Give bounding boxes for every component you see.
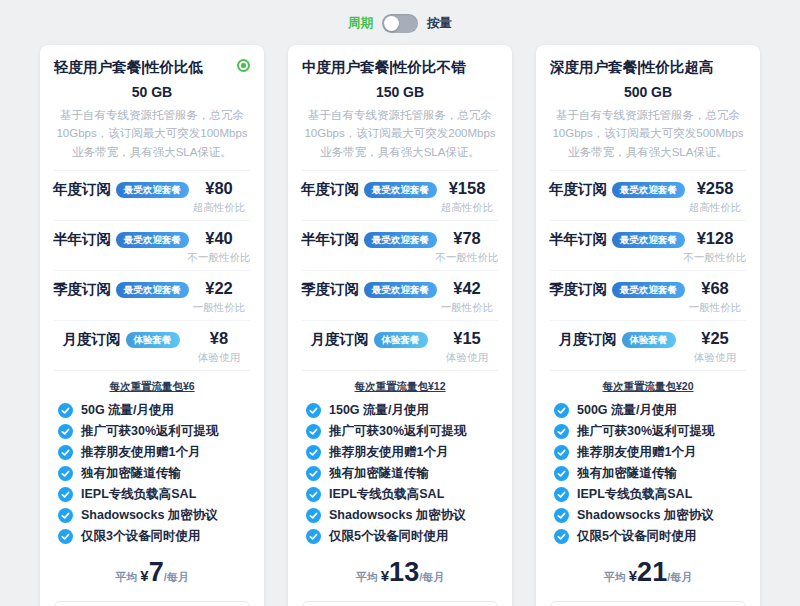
feature-text: 推广可获30%返利可提现 [577,423,715,440]
per-month-label: /每月 [419,571,444,583]
plan-right: ¥25 体验使用 [684,328,746,364]
card-header: 轻度用户套餐|性价比低 [54,58,250,77]
feature-text: 500G 流量/月使用 [577,402,677,419]
plan-main: 年度订阅 最受欢迎套餐 ¥258 超高性价比 [550,178,746,214]
reset-pack-link[interactable]: 每次重置流量包¥12 [302,380,498,394]
feature-item: 独有加密隧道传输 [306,463,498,484]
plan-left: 月度订阅 体验套餐 [550,328,684,349]
plan-row[interactable]: 月度订阅 体验套餐 ¥15 体验使用 [302,321,498,371]
plan-label: 半年订阅 [53,230,111,249]
average-prefix-label: 平均 [604,571,626,583]
reset-pack-link[interactable]: 每次重置流量包¥20 [550,380,746,394]
per-month-label: /每月 [164,571,189,583]
plan-right: ¥68 一般性价比 [684,278,746,314]
reset-pack-link[interactable]: 每次重置流量包¥6 [54,380,250,394]
feature-text: IEPL专线负载高SAL [577,486,692,503]
buy-button[interactable]: 购买 [54,601,250,606]
feature-text: 仅限3个设备同时使用 [81,528,200,545]
feature-item: IEPL专线负载高SAL [554,484,746,505]
feature-item: 150G 流量/月使用 [306,400,498,421]
plan-badge: 最受欢迎套餐 [364,232,437,248]
plan-main: 年度订阅 最受欢迎套餐 ¥80 超高性价比 [54,178,250,214]
plan-note: 超高性价比 [689,201,742,214]
card-header: 深度用户套餐|性价比超高 [550,58,746,77]
plan-badge: 最受欢迎套餐 [116,282,189,298]
plan-badge: 最受欢迎套餐 [116,232,189,248]
plan-left: 季度订阅 最受欢迎套餐 [550,278,684,299]
feature-item: 独有加密隧道传输 [58,463,250,484]
average-prefix-label: 平均 [115,571,137,583]
plan-left: 半年订阅 最受欢迎套餐 [550,228,684,249]
feature-item: 500G 流量/月使用 [554,400,746,421]
feature-item: IEPL专线负载高SAL [58,484,250,505]
plan-badge: 体验套餐 [622,332,676,348]
feature-text: 仅限5个设备同时使用 [329,528,448,545]
plan-note: 不一般性价比 [684,251,747,264]
plan-badge: 最受欢迎套餐 [612,182,685,198]
feature-text: 推广可获30%返利可提现 [81,423,219,440]
feature-text: 150G 流量/月使用 [329,402,429,419]
plan-note: 不一般性价比 [188,251,251,264]
plan-row[interactable]: 年度订阅 最受欢迎套餐 ¥80 超高性价比 [54,171,250,221]
check-circle-icon [554,466,569,481]
plan-badge: 最受欢迎套餐 [612,282,685,298]
check-circle-icon [554,445,569,460]
quota-label: 500 GB [550,84,746,100]
plan-label: 季度订阅 [53,280,111,299]
card-title: 轻度用户套餐|性价比低 [54,58,203,77]
plan-right: ¥158 超高性价比 [436,178,498,214]
plan-price: ¥15 [453,328,481,348]
plan-right: ¥258 超高性价比 [684,178,746,214]
feature-item: Shadowsocks 加密协议 [58,505,250,526]
toggle-knob [384,16,399,31]
plan-row[interactable]: 月度订阅 体验套餐 ¥25 体验使用 [550,321,746,371]
feature-text: 推荐朋友使用赠1个月 [329,444,448,461]
period-label: 周期 [348,15,373,32]
plan-left: 年度订阅 最受欢迎套餐 [54,178,188,199]
card-description: 基于自有专线资源托管服务，总冗余 10Gbps，该订阅最大可突发500Mbps业… [552,106,744,161]
plan-row[interactable]: 年度订阅 最受欢迎套餐 ¥258 超高性价比 [550,171,746,221]
average-amount: 21 [637,557,667,587]
plan-row[interactable]: 年度订阅 最受欢迎套餐 ¥158 超高性价比 [302,171,498,221]
plan-main: 季度订阅 最受欢迎套餐 ¥68 一般性价比 [550,278,746,314]
card-title: 深度用户套餐|性价比超高 [550,58,714,77]
plan-left: 半年订阅 最受欢迎套餐 [302,228,436,249]
plan-badge: 最受欢迎套餐 [612,232,685,248]
plan-row[interactable]: 季度订阅 最受欢迎套餐 ¥68 一般性价比 [550,271,746,321]
check-circle-icon [306,466,321,481]
plan-row[interactable]: 半年订阅 最受欢迎套餐 ¥128 不一般性价比 [550,221,746,271]
feature-item: 仅限5个设备同时使用 [306,526,498,547]
plan-right: ¥128 不一般性价比 [684,228,746,264]
card-title: 中度用户套餐|性价比不错 [302,58,466,77]
plan-row[interactable]: 月度订阅 体验套餐 ¥8 体验使用 [54,321,250,371]
feature-list: 50G 流量/月使用 推广可获30%返利可提现 推荐朋友使用赠1个月 独有加密隧… [54,400,250,547]
plan-row[interactable]: 半年订阅 最受欢迎套餐 ¥78 不一般性价比 [302,221,498,271]
plan-right: ¥40 不一般性价比 [188,228,250,264]
currency-symbol: ¥ [140,567,148,584]
feature-text: IEPL专线负载高SAL [329,486,444,503]
plan-row[interactable]: 季度订阅 最受欢迎套餐 ¥22 一般性价比 [54,271,250,321]
quota-label: 150 GB [302,84,498,100]
plan-main: 年度订阅 最受欢迎套餐 ¥158 超高性价比 [302,178,498,214]
plan-price: ¥128 [697,228,734,248]
plan-right: ¥8 体验使用 [188,328,250,364]
buy-button[interactable]: 购买 [302,601,498,606]
plan-label: 半年订阅 [549,230,607,249]
plan-main: 季度订阅 最受欢迎套餐 ¥22 一般性价比 [54,278,250,314]
plan-note: 一般性价比 [193,301,246,314]
plan-note: 体验使用 [694,351,736,364]
check-circle-icon [554,424,569,439]
plan-row[interactable]: 季度订阅 最受欢迎套餐 ¥42 一般性价比 [302,271,498,321]
plan-row[interactable]: 半年订阅 最受欢迎套餐 ¥40 不一般性价比 [54,221,250,271]
feature-item: 50G 流量/月使用 [58,400,250,421]
feature-text: 推荐朋友使用赠1个月 [81,444,200,461]
feature-item: 推广可获30%返利可提现 [554,421,746,442]
billing-toggle-switch[interactable] [382,14,418,33]
plan-right: ¥42 一般性价比 [436,278,498,314]
buy-button[interactable]: 购买 [550,601,746,606]
feature-item: 推荐朋友使用赠1个月 [306,442,498,463]
plan-main: 季度订阅 最受欢迎套餐 ¥42 一般性价比 [302,278,498,314]
card-description: 基于自有专线资源托管服务，总冗余 10Gbps，该订阅最大可突发200Mbps业… [304,106,496,161]
plan-price: ¥22 [205,278,233,298]
average-price: 平均¥21/每月 [550,557,746,592]
